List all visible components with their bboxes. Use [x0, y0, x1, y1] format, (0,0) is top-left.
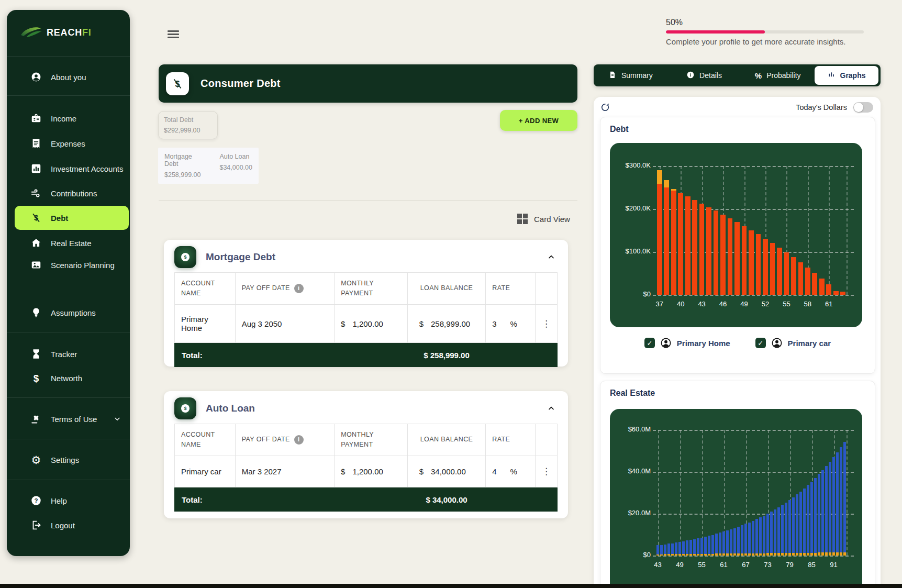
- row-menu-cell: ⋮: [535, 305, 557, 342]
- kebab-menu-icon[interactable]: ⋮: [542, 318, 551, 329]
- section-divider: [159, 200, 577, 201]
- col-actions: [535, 273, 557, 304]
- table-row: Primary car Mar 3 2027 $1,200.00 $34,000…: [174, 456, 558, 487]
- sidebar-item-label: Help: [51, 496, 67, 505]
- tab-summary[interactable]: Summary: [594, 64, 667, 86]
- breakdown-mortgage: Mortgage Debt $258,999.00: [164, 153, 207, 179]
- hourglass-icon: [30, 348, 42, 360]
- total-debt-value: $292,999.00: [164, 127, 212, 134]
- sidebar-item-label: Investment Accounts: [51, 164, 123, 173]
- debt-category-icon: $: [174, 397, 196, 419]
- total-debt-card: Total Debt $292,999.00: [158, 111, 218, 139]
- menu-button[interactable]: [168, 30, 179, 40]
- rate-cell[interactable]: 3%: [485, 305, 535, 342]
- sidebar-item-real-estate[interactable]: Real Estate: [15, 231, 129, 254]
- account-name-cell: Primary Home: [175, 305, 235, 342]
- sidebar-item-scenario-planning[interactable]: Scenario Planning: [15, 253, 129, 276]
- legend-item-primary-home[interactable]: ✓ Primary Home: [644, 337, 730, 349]
- avatar-icon: [660, 337, 672, 349]
- checkbox-checked-icon[interactable]: ✓: [755, 338, 766, 348]
- grid-view-icon: [517, 214, 528, 224]
- svg-text:?: ?: [35, 497, 38, 504]
- toggle-knob: [854, 103, 863, 112]
- sidebar-item-income[interactable]: Income: [15, 107, 129, 130]
- sidebar-item-debt[interactable]: $ Debt: [15, 206, 129, 230]
- money-off-icon: $: [30, 212, 42, 224]
- right-panel-tabs: Summary Details % Probability Graphs: [594, 64, 881, 86]
- help-icon: ?: [30, 495, 42, 506]
- sidebar-item-label: Tracker: [51, 350, 77, 359]
- collapse-chevron-up-icon[interactable]: [547, 404, 555, 413]
- user-circle-icon: [30, 71, 42, 83]
- coin-icon: $: [181, 253, 190, 261]
- dollar-icon: $: [30, 372, 42, 384]
- add-new-button[interactable]: + ADD NEW: [500, 110, 577, 131]
- sidebar-divider: [7, 56, 130, 57]
- account-name-cell: Primary car: [175, 456, 235, 487]
- table-total-row: Total: $ 34,000.00: [174, 487, 558, 512]
- sidebar-item-label: Assumptions: [51, 308, 96, 317]
- card-view-button[interactable]: Card View: [517, 214, 570, 224]
- total-value: $ 34,000.00: [407, 495, 486, 504]
- table-header-row: ACCOUNT NAME PAY OFF DATEi MONTHLY PAYME…: [174, 424, 558, 456]
- refresh-button[interactable]: [600, 102, 610, 113]
- sidebar-item-logout[interactable]: Logout: [15, 514, 129, 537]
- sidebar-divider: [7, 332, 130, 332]
- legend-item-primary-car[interactable]: ✓ Primary car: [755, 337, 831, 349]
- sidebar-divider: [7, 480, 130, 480]
- info-icon[interactable]: i: [294, 284, 304, 293]
- todays-dollars-toggle[interactable]: [853, 102, 873, 113]
- chart-title: Real Estate: [610, 389, 875, 398]
- sidebar-item-investment-accounts[interactable]: Investment Accounts: [15, 157, 129, 180]
- progress-note: Complete your profile to get more accura…: [666, 37, 864, 46]
- col-actions: [535, 424, 557, 456]
- total-label: Total:: [182, 351, 203, 360]
- window-bottom-edge: [0, 584, 902, 588]
- mortgage-table: ACCOUNT NAME PAY OFF DATEi MONTHLY PAYME…: [174, 272, 558, 367]
- rate-cell[interactable]: 4%: [485, 456, 535, 487]
- tab-graphs[interactable]: Graphs: [815, 66, 878, 85]
- document-icon: [608, 71, 617, 81]
- sidebar-item-label: Terms of Use: [51, 415, 97, 424]
- col-monthly-payment: MONTHLY PAYMENT: [334, 424, 407, 456]
- sidebar-divider: [7, 439, 130, 439]
- loan-balance-cell[interactable]: $258,999.00: [407, 305, 486, 342]
- kebab-menu-icon[interactable]: ⋮: [542, 466, 551, 477]
- gear-icon: ⚙: [30, 454, 42, 465]
- debt-chart-card: Debt $0$100.0K$200.0K$300.0K374043464952…: [600, 117, 875, 374]
- sidebar-item-label: Scenario Planning: [51, 261, 115, 270]
- info-icon[interactable]: i: [294, 435, 304, 445]
- tab-details[interactable]: Details: [667, 64, 741, 86]
- sidebar-item-expenses[interactable]: Expenses: [15, 132, 129, 155]
- debt-chart: $0$100.0K$200.0K$300.0K37404346495255586…: [610, 143, 862, 327]
- id-badge-icon: [30, 113, 42, 124]
- checkbox-checked-icon[interactable]: ✓: [644, 338, 655, 348]
- sidebar-item-contributions[interactable]: Contributions: [15, 182, 129, 205]
- payoff-date-cell[interactable]: Mar 3 2027: [235, 456, 334, 487]
- row-menu-cell: ⋮: [535, 456, 557, 487]
- money-off-icon: $: [166, 72, 189, 95]
- sidebar-divider: [7, 397, 130, 398]
- info-icon: [686, 71, 695, 81]
- loan-balance-cell[interactable]: $34,000.00: [407, 456, 486, 487]
- sidebar-item-settings[interactable]: ⚙ Settings: [15, 448, 129, 471]
- col-account-name: ACCOUNT NAME: [175, 273, 235, 304]
- sidebar-item-tracker[interactable]: Tracker: [15, 342, 129, 365]
- lightbulb-icon: [30, 307, 42, 318]
- monthly-payment-cell[interactable]: $1,200.00: [334, 305, 407, 342]
- monthly-payment-cell[interactable]: $1,200.00: [334, 456, 407, 487]
- photo-icon: [30, 259, 42, 271]
- sidebar-item-terms-of-use[interactable]: Terms of Use: [15, 407, 129, 430]
- sidebar-item-label: Logout: [51, 521, 75, 530]
- sidebar-item-networth[interactable]: $ Networth: [15, 367, 129, 390]
- sidebar-item-about-you[interactable]: About you: [15, 65, 129, 88]
- tab-probability[interactable]: % Probability: [741, 64, 815, 86]
- sidebar-item-label: Debt: [51, 214, 68, 223]
- sidebar-item-assumptions[interactable]: Assumptions: [15, 301, 129, 324]
- coin-icon: $: [181, 404, 190, 413]
- collapse-chevron-up-icon[interactable]: [547, 253, 555, 261]
- debt-category-icon: $: [174, 246, 196, 268]
- payoff-date-cell[interactable]: Aug 3 2050: [235, 305, 334, 342]
- sidebar-item-help[interactable]: ? Help: [15, 489, 129, 512]
- wind-icon: [30, 187, 42, 199]
